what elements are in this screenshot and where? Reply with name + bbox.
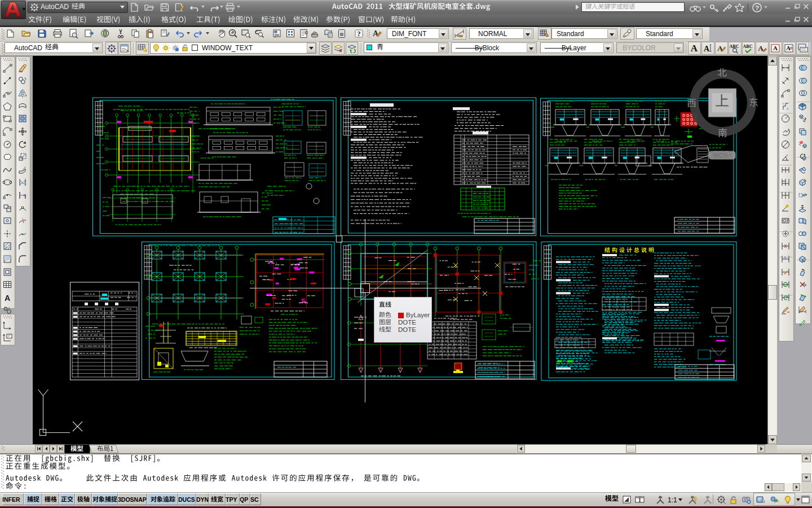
svg-text:A: A (5, 294, 10, 303)
svg-text:A: A (784, 256, 786, 259)
svg-text:A: A (704, 45, 710, 53)
svg-text:WCS: WCS (713, 152, 728, 159)
svg-text:Y: Y (782, 102, 784, 106)
svg-text:X: X (787, 107, 789, 111)
svg-text:A: A (773, 45, 778, 51)
svg-text:A: A (691, 43, 698, 54)
svg-text:?: ? (755, 5, 759, 11)
svg-text:ABC: ABC (743, 44, 753, 49)
svg-text:?: ? (358, 30, 361, 38)
